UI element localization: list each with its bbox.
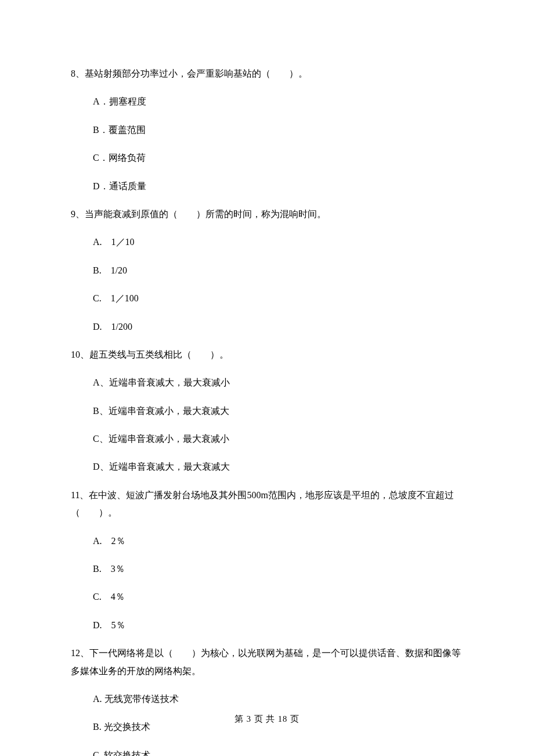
question-11: 11、在中波、短波广播发射台场地及其外围500m范围内，地形应该是平坦的，总坡度… xyxy=(71,487,463,634)
document-page: 8、基站射频部分功率过小，会严重影响基站的（ ）。 A．拥塞程度 B．覆盖范围 … xyxy=(0,0,534,756)
question-stem: 11、在中波、短波广播发射台场地及其外围500m范围内，地形应该是平坦的，总坡度… xyxy=(71,487,463,522)
option-d: D．通话质量 xyxy=(93,178,463,195)
option-c: C. 4％ xyxy=(93,588,463,606)
option-c: C. 软交换技术 xyxy=(93,747,463,756)
question-options: A. 2％ B. 3％ C. 4％ D. 5％ xyxy=(71,532,463,635)
question-stem: 9、当声能衰减到原值的（ ）所需的时间，称为混响时间。 xyxy=(71,206,463,223)
option-d: D. 1/200 xyxy=(93,318,463,336)
option-a: A. 2％ xyxy=(93,532,463,550)
option-a: A．拥塞程度 xyxy=(93,93,463,110)
question-stem: 10、超五类线与五类线相比（ ）。 xyxy=(71,346,463,363)
option-b: B、近端串音衰减小，最大衰减大 xyxy=(93,402,463,420)
option-d: D. 5％ xyxy=(93,617,463,634)
option-b: B. 3％ xyxy=(93,560,463,578)
option-b: B. 1/20 xyxy=(93,262,463,279)
option-c: C．网络负荷 xyxy=(93,149,463,167)
question-stem: 12、下一代网络将是以（ ）为核心，以光联网为基础，是一个可以提供话音、数据和图… xyxy=(71,645,463,680)
page-footer: 第 3 页 共 18 页 xyxy=(0,714,534,725)
option-d: D、近端串音衰减大，最大衰减大 xyxy=(93,458,463,476)
question-12: 12、下一代网络将是以（ ）为核心，以光联网为基础，是一个可以提供话音、数据和图… xyxy=(71,645,463,756)
question-options: A. 1／10 B. 1/20 C. 1／100 D. 1/200 xyxy=(71,233,463,336)
question-8: 8、基站射频部分功率过小，会严重影响基站的（ ）。 A．拥塞程度 B．覆盖范围 … xyxy=(71,65,463,195)
question-10: 10、超五类线与五类线相比（ ）。 A、近端串音衰减大，最大衰减小 B、近端串音… xyxy=(71,346,463,476)
question-options: A．拥塞程度 B．覆盖范围 C．网络负荷 D．通话质量 xyxy=(71,93,463,195)
option-b: B．覆盖范围 xyxy=(93,121,463,139)
question-9: 9、当声能衰减到原值的（ ）所需的时间，称为混响时间。 A. 1／10 B. 1… xyxy=(71,206,463,336)
option-a: A. 1／10 xyxy=(93,233,463,251)
option-c: C. 1／100 xyxy=(93,290,463,307)
option-c: C、近端串音衰减小，最大衰减小 xyxy=(93,430,463,448)
question-stem: 8、基站射频部分功率过小，会严重影响基站的（ ）。 xyxy=(71,65,463,82)
option-a: A. 无线宽带传送技术 xyxy=(93,690,463,708)
option-a: A、近端串音衰减大，最大衰减小 xyxy=(93,374,463,391)
question-options: A、近端串音衰减大，最大衰减小 B、近端串音衰减小，最大衰减大 C、近端串音衰减… xyxy=(71,374,463,476)
